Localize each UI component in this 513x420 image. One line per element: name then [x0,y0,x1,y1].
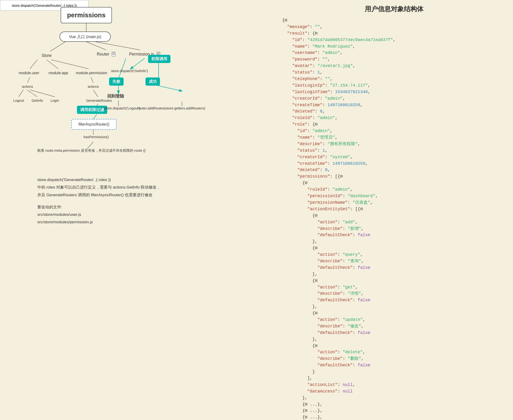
right-panel-title: 用户信息对象结构体 [282,5,506,14]
svg-line-17 [131,58,145,69]
svg-line-7 [28,77,30,83]
has-permission-node: hasPermission() [83,135,109,139]
svg-line-11 [30,90,55,97]
module-permission-node: module.permission [72,69,111,77]
svg-line-8 [91,77,93,83]
connector-lines [0,0,275,187]
store-node: Store [35,51,58,60]
badge-shibai: 失败 [109,77,124,86]
router-doc-icon [112,52,115,56]
vue-entry-node: Vue 入口 (main.js) [59,31,111,42]
svg-line-12 [93,90,98,97]
badge-diaoyon: 调用权限过滤 [77,106,107,114]
svg-line-19 [119,58,126,77]
actions-right-node: actions [84,83,103,90]
json-content: {⊟ "message": "", "result": {⊟ "id": "42… [282,17,506,420]
svg-line-14 [93,114,97,119]
bottom-text-area: store.dispatch('GenerateRoutes' ,{ roles… [37,176,219,226]
svg-line-16 [88,142,93,148]
getinfo-node: GetInfo [28,97,47,104]
right-panel: 用户信息对象结构体 {⊟ "message": "", "result": {⊟… [275,0,513,420]
router-add-routes: router.addRoutes(store.getters.addRouter… [138,106,205,110]
svg-line-6 [51,60,89,69]
svg-line-13 [97,104,98,106]
svg-line-1 [50,42,65,51]
store-dispatch-getinfo: store.dispatch('GetInfo') [111,69,148,73]
svg-line-9 [19,90,23,97]
check-route-node: 检查 route.meta.permission 是否有值，并且过滤不存在权限的… [37,148,146,153]
permissions-node: permissions [61,7,112,23]
module-user-node: module.user [15,69,43,77]
svg-line-4 [30,60,37,69]
actions-left-node: actions [18,83,37,90]
login-node: Login [47,97,63,104]
svg-line-2 [86,42,106,50]
module-app-node: module.app [47,69,70,77]
router-node: Router [93,50,119,58]
svg-line-10 [27,90,37,97]
svg-line-3 [95,42,140,50]
badge-chenggong: 成功 [146,77,160,86]
store-dispatch-logout: store.dispatch('Logout') [104,106,140,110]
huidao-denglu-node: 回到登陆 [107,93,124,99]
logout-node: Logout [9,97,28,104]
filter-async-router-node: filterAsyncRouter() [71,119,117,130]
badge-quanxian: 权限调用 [148,55,170,63]
svg-line-21 [156,85,182,91]
svg-line-5 [47,60,58,69]
diagram-panel: permissions Vue 入口 (main.js) Store Route… [0,0,275,420]
